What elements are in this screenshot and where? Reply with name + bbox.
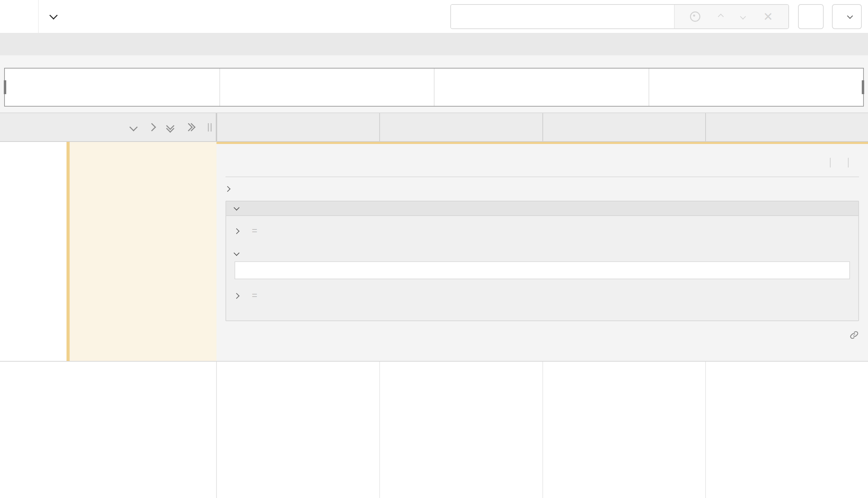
tree-controls: [131, 113, 194, 141]
focus-match-icon[interactable]: [690, 11, 700, 22]
span-detail-row: =: [0, 142, 868, 362]
expand-all-icon[interactable]: [186, 124, 194, 130]
log-expander-icon: [234, 228, 240, 234]
trace-title-group: [51, 15, 71, 18]
previous-match-icon[interactable]: [718, 13, 724, 19]
find-input[interactable]: [451, 5, 674, 28]
back-button[interactable]: [0, 0, 39, 33]
trace-summary-bar: [0, 33, 868, 55]
collapse-one-icon[interactable]: [131, 124, 136, 130]
log-entry-expanded-header[interactable]: [234, 245, 850, 255]
top-bar: ✕: [0, 0, 868, 33]
span-detail-panel: =: [216, 142, 868, 361]
log-equals-sign: =: [252, 226, 257, 236]
span-rows-area: =: [0, 142, 868, 498]
log-entry-expanded: [234, 245, 850, 279]
minimap-right-handle[interactable]: [862, 80, 864, 94]
keyboard-shortcuts-button[interactable]: [798, 4, 824, 29]
log-field-table: [234, 261, 850, 279]
selected-span-color-band: [67, 142, 70, 361]
trace-timeline-page: ✕: [0, 0, 868, 498]
minimap-range-strip: [4, 107, 864, 112]
log-expander-icon: [234, 293, 240, 299]
logs-footer-note: [234, 309, 850, 317]
clear-find-icon[interactable]: ✕: [763, 11, 773, 22]
minimap-time-labels: [4, 57, 864, 68]
log-equals-sign: =: [252, 290, 257, 301]
view-selector-chevron-icon: [847, 13, 853, 19]
collapse-trace-chevron-icon[interactable]: [49, 11, 57, 19]
timeline-grid-header: [0, 112, 868, 142]
logs-accordion-header[interactable]: [226, 201, 858, 216]
log-entry[interactable]: =: [234, 282, 850, 309]
span-id-row: [225, 330, 859, 340]
tags-expander-icon: [225, 186, 231, 192]
logs-section: =: [225, 201, 859, 321]
find-controls: ✕: [674, 5, 788, 28]
log-field-key: [244, 270, 319, 271]
column-resizer-grip[interactable]: [208, 123, 212, 132]
selected-span-highlight-fill: [70, 142, 216, 361]
service-operation-header: [0, 113, 216, 141]
next-match-icon[interactable]: [740, 13, 746, 19]
minimap-left-handle[interactable]: [4, 80, 6, 94]
view-selector-button[interactable]: [832, 4, 862, 29]
find-box: ✕: [450, 4, 789, 29]
logs-body: =: [226, 216, 858, 320]
tags-accordion[interactable]: [225, 187, 859, 191]
minimap-canvas[interactable]: [4, 68, 864, 107]
timeline-ruler: [216, 113, 868, 141]
copy-link-icon[interactable]: [849, 330, 859, 340]
logs-expander-icon: [234, 205, 240, 211]
expand-one-icon[interactable]: [149, 124, 155, 130]
span-detail-meta: [820, 158, 859, 167]
log-collapse-icon: [234, 250, 240, 256]
log-entry[interactable]: =: [234, 217, 850, 245]
collapse-all-icon[interactable]: [167, 123, 173, 132]
timeline-minimap: [0, 55, 868, 112]
span-detail-indent-column: [0, 142, 216, 361]
